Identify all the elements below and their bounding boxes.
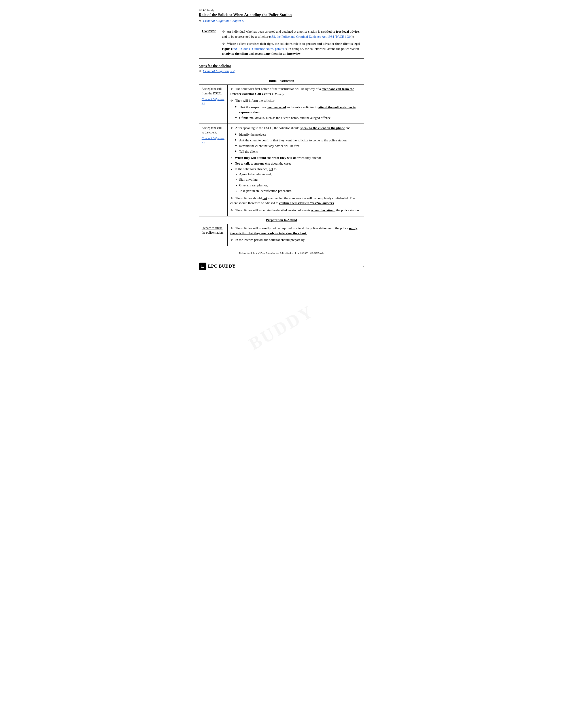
sq2-bold: Not to talk to anyone else — [235, 162, 270, 165]
dscc-p2: ❖ They will inform the solicitor: — [230, 98, 362, 103]
sq1-bold: When they will attend — [235, 156, 266, 159]
overview-content: ❖ An individual who has been arrested an… — [219, 27, 364, 59]
dscc-right-cell: ❖ The solicitor's first notice of their … — [227, 84, 364, 124]
dscc-arrow2-end: . — [331, 116, 332, 120]
initial-instruction-header-row: Initial Instruction — [199, 77, 364, 84]
pace-link-1[interactable]: s58, the Police and Criminal Evidence Ac… — [270, 35, 334, 38]
client-p3: ❖ The solicitor should not assume that t… — [230, 196, 362, 206]
client-p4-end: the police station. — [336, 208, 360, 212]
dscc-p1: ❖ The solicitor's first notice of their … — [230, 86, 362, 96]
dscc-p2-text: They will inform the solicitor: — [235, 99, 275, 102]
overview-p1-pre: An individual who has been arrested and … — [227, 30, 321, 33]
bottom-footer: L LPC BUDDY 12 — [199, 260, 364, 270]
diamond-prep-1: ❖ — [230, 226, 233, 231]
client-ref[interactable]: Criminal Litigation, 5.2 — [201, 137, 225, 144]
main-title: Role of the Solicitor When Attending the… — [199, 13, 364, 17]
client-sq-2: Not to talk to anyone else about the cas… — [235, 161, 362, 166]
dscc-arrow1-pre: That the suspect has — [239, 105, 267, 109]
prepare-p2: ❖ In the interim period, the solicitor s… — [230, 237, 362, 242]
overview-p2-bold3: accompany them in an interview — [254, 52, 301, 55]
client-arrow-2: Ask the client to confirm that they want… — [235, 138, 362, 143]
client-label: A telephone call to the client. — [201, 126, 225, 135]
dscc-ref[interactable]: Criminal Litigation, 5.2 — [201, 98, 225, 105]
client-left-cell: A telephone call to the client. Criminal… — [199, 124, 227, 216]
overview-label: Overview — [199, 27, 219, 59]
diamond-bullet-steps: ❖ — [199, 69, 201, 73]
steps-title: Steps for the Solicitor — [199, 64, 364, 68]
overview-point-2: ❖ Where a client exercises their right, … — [222, 41, 361, 56]
prepare-row: Prepare to attend the police station. ❖ … — [199, 224, 364, 246]
sq1-mid: and — [266, 156, 272, 159]
client-arrow-4: Tell the client: — [235, 149, 362, 154]
dscc-arrow1-mid: and wants a solicitor to — [286, 105, 319, 109]
client-p3-pre: The solicitor should not assume that the… — [230, 196, 355, 205]
not-to-1: Agree to be interviewed, — [239, 172, 362, 177]
footer-line: Role of the Solicitor When Attending the… — [199, 250, 364, 254]
overview-p1-bold: entitled to free legal advice — [321, 30, 359, 33]
svg-text:L: L — [201, 264, 204, 268]
logo-text: LPC BUDDY — [208, 264, 235, 269]
client-p4-pre: The solicitor will ascertain the detaile… — [235, 208, 311, 212]
dscc-arrow1-bold: been arrested — [267, 105, 286, 109]
dscc-p1-pre: The solicitor's first notice of their in… — [235, 87, 322, 91]
chapter-link[interactable]: Criminal Litigation, Chapter 5 — [203, 19, 244, 23]
sq1-end: when they attend; — [297, 156, 321, 159]
pace-link-2[interactable]: PACE 1984 — [336, 35, 352, 38]
diamond-client-3: ❖ — [230, 196, 233, 201]
dscc-arrow2-ul2: name — [291, 116, 298, 120]
dscc-arrow-list: That the suspect has been arrested and w… — [235, 105, 362, 120]
dscc-arrow2-ul: minimal details — [243, 116, 264, 120]
prepare-right-cell: ❖ The solicitor will normally not be req… — [227, 224, 364, 246]
sq3-text: In the solicitor's absence, — [235, 167, 269, 171]
dscc-arrow2-mid: , such as the client's — [264, 116, 291, 120]
not-to-4: Take part in an identification procedure… — [239, 188, 362, 193]
dscc-row: A telephone call from the DSCC. Criminal… — [199, 84, 364, 124]
sq3-end: to: — [273, 167, 277, 171]
prepare-p1: ❖ The solicitor will normally not be req… — [230, 226, 362, 236]
page-number: 12 — [361, 264, 364, 268]
dscc-left-cell: A telephone call from the DSCC. Criminal… — [199, 84, 227, 124]
not-to-2: Sign anything, — [239, 177, 362, 182]
prep-p1-pre: The solicitor will normally not be requi… — [235, 226, 349, 230]
pace-code-link[interactable]: PACE Code C Guidance Notes, para 6D — [232, 47, 286, 51]
overview-p2-pre: Where a client exercises their right, th… — [227, 42, 306, 45]
not-to-3: Give any samples, or; — [239, 183, 362, 188]
prep-p2-text: In the interim period, the solicitor sho… — [235, 238, 306, 242]
diamond-dscc-1: ❖ — [230, 87, 233, 91]
client-p1-end: and: — [345, 126, 352, 130]
dscc-arrow2-ul3: alleged offence — [311, 116, 331, 120]
prep-header-row: Preparation to Attend — [199, 216, 364, 224]
steps-ref-link[interactable]: Criminal Litigation, 5.2 — [203, 69, 234, 73]
sq1-bold2: what they will do — [272, 156, 297, 159]
overview-p2-end2: . — [301, 52, 302, 55]
not-to-list: Agree to be interviewed, Sign anything, … — [239, 172, 362, 193]
diamond-dscc-2: ❖ — [230, 98, 233, 103]
steps-ref-row: ❖ Criminal Litigation, 5.2 — [199, 69, 364, 73]
overview-p2-mid2: and — [248, 52, 254, 55]
overview-point-1: ❖ An individual who has been arrested an… — [222, 29, 361, 39]
client-arrow-3: Remind the client that any advice will b… — [235, 143, 362, 148]
diamond-bullet-1: ❖ — [199, 19, 201, 23]
main-content-table: Initial Instruction A telephone call fro… — [199, 77, 364, 246]
chapter-ref: ❖ Criminal Litigation, Chapter 5 — [199, 19, 364, 23]
client-arrow-list: Identify themselves; Ask the client to c… — [235, 132, 362, 154]
dscc-arrow2-pre: Of — [239, 116, 243, 120]
client-square-list: When they will attend and what they will… — [235, 155, 362, 193]
client-p4: ❖ The solicitor will ascertain the detai… — [230, 208, 362, 213]
prep-header: Preparation to Attend — [199, 216, 364, 224]
diamond-client-1: ❖ — [230, 126, 233, 130]
client-arrow-1: Identify themselves; — [235, 132, 362, 137]
sq3-bold: not — [269, 167, 273, 171]
prepare-left-cell: Prepare to attend the police station. — [199, 224, 227, 246]
client-sq-1: When they will attend and what they will… — [235, 155, 362, 160]
diamond-prep-2: ❖ — [230, 238, 233, 242]
initial-instruction-header: Initial Instruction — [199, 77, 364, 84]
dscc-p1-end: (DSCC). — [271, 92, 284, 96]
prepare-label: Prepare to attend the police station. — [201, 226, 225, 235]
client-p1-pre: After speaking to the DSCC, the solicito… — [235, 126, 300, 130]
logo-area: L LPC BUDDY — [199, 262, 235, 270]
client-p1: ❖ After speaking to the DSCC, the solici… — [230, 126, 362, 131]
overview-table: Overview ❖ An individual who has been ar… — [199, 27, 364, 59]
dscc-arrow2-mid2: , and the — [298, 116, 311, 120]
dscc-arrow-1: That the suspect has been arrested and w… — [235, 105, 362, 115]
